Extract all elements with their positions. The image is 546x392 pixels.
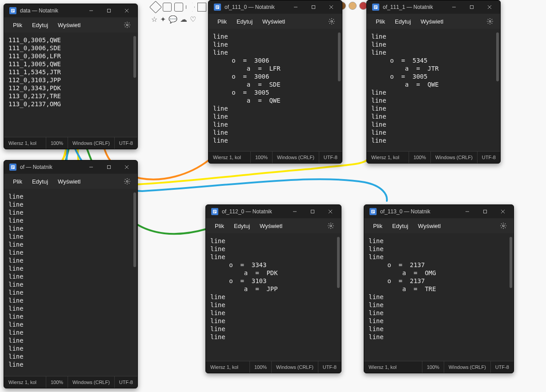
- editor-area[interactable]: line line line o = 3343 a = PDK o = 3103…: [206, 233, 341, 361]
- close-button[interactable]: [481, 0, 498, 14]
- status-eol: Windows (CRLF): [273, 152, 319, 163]
- maximize-button[interactable]: [100, 4, 118, 17]
- window-w_1110: of_111_0 — Notatnik Plik Edytuj Wyświetl: [208, 0, 342, 164]
- menu-edit[interactable]: Edytuj: [388, 221, 413, 231]
- editor-text[interactable]: line line line line line line line line …: [4, 189, 137, 376]
- editor-text[interactable]: line line line o = 3343 a = PDK o = 3103…: [206, 233, 341, 361]
- minimize-button[interactable]: [287, 0, 305, 14]
- minimize-button[interactable]: [458, 205, 476, 218]
- settings-button[interactable]: [498, 220, 509, 232]
- rect-shape-icon: [197, 3, 206, 12]
- vertical-scrollbar[interactable]: [496, 32, 499, 81]
- settings-button[interactable]: [121, 19, 133, 31]
- titlebar[interactable]: of_111_0 — Notatnik: [209, 0, 342, 14]
- editor-area[interactable]: line line line o = 5345 a = JTR o = 3005…: [367, 29, 500, 151]
- menu-edit[interactable]: Edytuj: [28, 176, 52, 187]
- close-button[interactable]: [118, 4, 136, 17]
- notepad-app-icon: [211, 208, 218, 215]
- editor-text[interactable]: 111_0,3005,QWE 111_0,3006,SDE 111_0,3006…: [4, 32, 137, 137]
- menu-edit[interactable]: Edytuj: [28, 20, 52, 30]
- svg-rect-5: [108, 9, 111, 12]
- close-button[interactable]: [118, 160, 136, 174]
- status-position: Wiersz 1, kol: [209, 152, 251, 163]
- status-encoding: UTF-8: [319, 152, 342, 163]
- minimize-button[interactable]: [82, 4, 100, 17]
- menu-edit[interactable]: Edytuj: [390, 16, 415, 27]
- window-title: of_112_0 — Notatnik: [222, 208, 272, 215]
- editor-area[interactable]: line line line line line line line line …: [4, 189, 137, 376]
- close-button[interactable]: [321, 205, 339, 218]
- minimize-button[interactable]: [286, 205, 304, 218]
- titlebar[interactable]: data — Notatnik: [4, 4, 137, 17]
- maximize-button[interactable]: [463, 0, 481, 14]
- maximize-button[interactable]: [304, 205, 321, 218]
- minimize-button[interactable]: [82, 160, 100, 174]
- menubar: Plik Edytuj Wyświetl: [209, 14, 342, 29]
- vertical-scrollbar[interactable]: [338, 32, 341, 81]
- vertical-scrollbar[interactable]: [337, 237, 340, 288]
- statusbar: Wiersz 1, kol 100% Windows (CRLF) UTF-8: [4, 376, 137, 388]
- menu-file[interactable]: Plik: [210, 221, 229, 231]
- settings-button[interactable]: [326, 16, 337, 27]
- close-button[interactable]: [494, 205, 512, 218]
- editor-text[interactable]: line line line o = 3006 a = LFR o = 3006…: [209, 29, 342, 151]
- status-zoom[interactable]: 100%: [251, 152, 273, 163]
- status-zoom[interactable]: 100%: [409, 152, 431, 163]
- editor-area[interactable]: 111_0,3005,QWE 111_0,3006,SDE 111_0,3006…: [4, 32, 137, 137]
- svg-rect-41: [311, 210, 314, 213]
- window-title: of_111_0 — Notatnik: [225, 4, 275, 10]
- menu-edit[interactable]: Edytuj: [232, 16, 257, 27]
- titlebar[interactable]: of — Notatnik: [4, 160, 137, 174]
- status-zoom[interactable]: 100%: [46, 137, 68, 149]
- vertical-scrollbar[interactable]: [510, 237, 512, 288]
- menu-file[interactable]: Plik: [213, 16, 231, 27]
- titlebar[interactable]: of_113_0 — Notatnik: [364, 205, 514, 218]
- sparkle-shape-icon: ✦: [160, 15, 166, 24]
- menu-view[interactable]: Wyświetl: [53, 176, 85, 187]
- color-swatch: [349, 2, 357, 10]
- status-zoom[interactable]: 100%: [422, 361, 444, 373]
- status-zoom[interactable]: 100%: [250, 361, 272, 373]
- menubar: Plik Edytuj Wyświetl: [364, 218, 514, 233]
- status-eol: Windows (CRLF): [431, 152, 478, 163]
- menu-edit[interactable]: Edytuj: [229, 221, 254, 231]
- status-eol: Windows (CRLF): [68, 137, 115, 149]
- status-zoom[interactable]: 100%: [46, 376, 68, 388]
- status-position: Wiersz 1, kol: [367, 152, 409, 163]
- editor-text[interactable]: line line line o = 5345 a = JTR o = 3005…: [367, 29, 500, 151]
- vertical-scrollbar[interactable]: [133, 192, 136, 267]
- menu-view[interactable]: Wyświetl: [53, 20, 85, 30]
- settings-button[interactable]: [325, 220, 337, 232]
- maximize-button[interactable]: [100, 160, 118, 174]
- window-title: of_111_1 — Notatnik: [383, 4, 433, 10]
- editor-area[interactable]: line line line o = 3006 a = LFR o = 3006…: [209, 29, 342, 151]
- menu-view[interactable]: Wyświetl: [255, 221, 287, 231]
- minimize-button[interactable]: [445, 0, 463, 14]
- svg-point-26: [331, 20, 333, 22]
- status-position: Wiersz 1, kol: [364, 361, 422, 373]
- menu-file[interactable]: Plik: [371, 16, 389, 27]
- maximize-button[interactable]: [476, 205, 494, 218]
- settings-button[interactable]: [121, 176, 133, 187]
- svg-point-8: [126, 24, 128, 26]
- menubar: Plik Edytuj Wyświetl: [367, 14, 500, 29]
- svg-rect-50: [484, 210, 487, 213]
- window-w_1120: of_112_0 — Notatnik Plik Edytuj Wyświetl: [205, 204, 341, 373]
- menu-view[interactable]: Wyświetl: [414, 221, 445, 231]
- statusbar: Wiersz 1, kol 100% Windows (CRLF) UTF-8: [367, 151, 500, 163]
- speech-bubble-icon: 💬: [169, 15, 177, 24]
- menu-file[interactable]: Plik: [369, 221, 387, 231]
- menu-view[interactable]: Wyświetl: [416, 16, 448, 27]
- titlebar[interactable]: of_112_0 — Notatnik: [206, 205, 341, 218]
- menu-file[interactable]: Plik: [8, 20, 27, 30]
- vertical-scrollbar[interactable]: [133, 36, 136, 78]
- menu-file[interactable]: Plik: [8, 176, 27, 187]
- close-button[interactable]: [322, 0, 340, 14]
- titlebar[interactable]: of_111_1 — Notatnik: [367, 0, 500, 14]
- maximize-button[interactable]: [305, 0, 322, 14]
- svg-rect-14: [108, 166, 111, 169]
- editor-area[interactable]: line line line o = 2137 a = OMG o = 2137…: [364, 233, 514, 361]
- settings-button[interactable]: [484, 16, 496, 27]
- menu-view[interactable]: Wyświetl: [258, 16, 289, 27]
- editor-text[interactable]: line line line o = 2137 a = OMG o = 2137…: [364, 233, 514, 361]
